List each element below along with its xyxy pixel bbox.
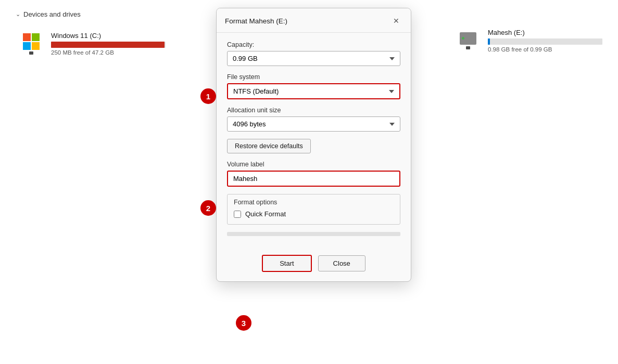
devices-label: Devices and drives [23,10,81,18]
dialog-titlebar: Format Mahesh (E:) ✕ [217,8,411,33]
volume-label-input[interactable] [227,171,400,187]
format-progress-bar [227,232,400,236]
badge-2: 2 [200,200,216,216]
hdd-icon [460,32,476,45]
capacity-select[interactable]: 0.99 GB [227,51,400,66]
close-button[interactable]: Close [318,255,365,271]
restore-defaults-button[interactable]: Restore device defaults [227,139,311,153]
drive-e-item[interactable]: Mahesh (E:) 0.98 GB free of 0.99 GB [455,29,602,53]
chevron-icon: ⌄ [16,11,20,18]
drive-e-fill [488,38,490,45]
filesystem-group: File system NTFS (Default) FAT32 exFAT [227,73,400,99]
badge-1: 1 [200,88,216,104]
format-options-group: Format options Quick Format [227,194,400,225]
drive-e-space: 0.98 GB free of 0.99 GB [488,46,602,53]
drive-e-name: Mahesh (E:) [488,29,602,36]
dialog-close-button[interactable]: ✕ [390,15,402,27]
start-button[interactable]: Start [262,255,311,272]
drive-e-progress-bar [488,38,602,45]
quick-format-label[interactable]: Quick Format [245,210,286,218]
volume-label-group: Volume label [227,161,400,187]
volume-label-text: Volume label [227,161,400,168]
drive-e-connector [466,46,470,49]
capacity-label: Capacity: [227,41,400,48]
format-dialog: Format Mahesh (E:) ✕ Capacity: 0.99 GB F… [216,8,411,282]
drive-c-progress-bar [51,42,166,48]
windows-logo [23,33,40,50]
drive-e-info: Mahesh (E:) 0.98 GB free of 0.99 GB [488,29,602,53]
badge-3: 3 [236,315,251,331]
format-options-legend: Format options [234,199,394,206]
filesystem-label: File system [227,73,400,81]
drive-connector [29,51,33,55]
allocation-group: Allocation unit size 512 bytes 1024 byte… [227,107,400,132]
allocation-label: Allocation unit size [227,107,400,114]
capacity-group: Capacity: 0.99 GB [227,41,400,66]
dialog-title: Format Mahesh (E:) [225,17,287,25]
drive-e-icon [455,29,482,52]
dialog-body: Capacity: 0.99 GB File system NTFS (Defa… [217,33,411,253]
quick-format-row: Quick Format [234,210,394,218]
quick-format-checkbox[interactable] [234,211,241,218]
drive-c-fill [51,42,165,48]
dialog-footer: Start Close [217,253,411,281]
hdd-led [462,37,464,40]
drive-c-icon [18,32,45,55]
filesystem-select[interactable]: NTFS (Default) FAT32 exFAT [227,83,400,99]
allocation-select[interactable]: 512 bytes 1024 bytes 2048 bytes 4096 byt… [227,116,400,132]
